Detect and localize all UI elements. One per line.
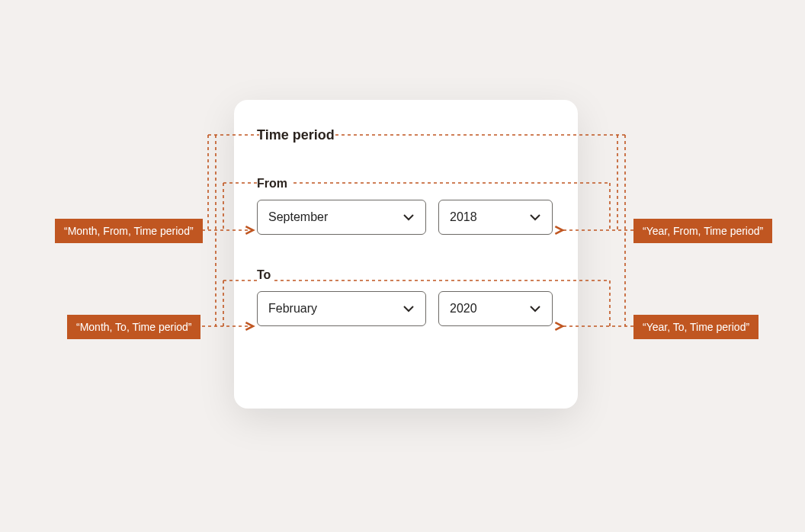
- card-title: Time period: [257, 127, 555, 143]
- to-month-select[interactable]: February: [257, 291, 426, 326]
- from-month-value: September: [268, 210, 328, 224]
- annotation-from-year: “Year, From, Time period”: [633, 219, 772, 243]
- time-period-card: Time period From September 2018 To Febru…: [234, 100, 578, 409]
- chevron-down-icon: [529, 303, 541, 315]
- to-year-value: 2020: [450, 302, 477, 316]
- to-row: February 2020: [257, 291, 555, 326]
- from-year-select[interactable]: 2018: [438, 200, 553, 235]
- chevron-down-icon: [529, 211, 541, 223]
- to-year-select[interactable]: 2020: [438, 291, 553, 326]
- from-label: From: [257, 177, 555, 191]
- from-year-value: 2018: [450, 210, 477, 224]
- annotation-to-month: “Month, To, Time period”: [67, 315, 200, 339]
- from-month-select[interactable]: September: [257, 200, 426, 235]
- chevron-down-icon: [402, 211, 415, 223]
- chevron-down-icon: [402, 303, 415, 315]
- annotation-from-month: “Month, From, Time period”: [55, 219, 203, 243]
- to-label: To: [257, 268, 555, 282]
- annotation-to-year: “Year, To, Time period”: [633, 315, 758, 339]
- to-month-value: February: [268, 302, 317, 316]
- from-row: September 2018: [257, 200, 555, 235]
